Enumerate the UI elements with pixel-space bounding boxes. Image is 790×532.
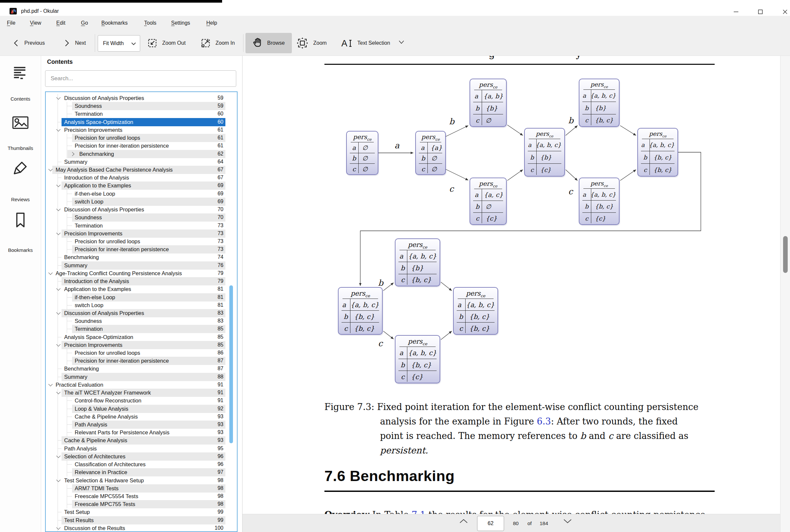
toc-row[interactable]: Path Analysis93 bbox=[46, 420, 237, 429]
toolbar-overflow-button[interactable] bbox=[398, 38, 411, 48]
menu-help[interactable]: Help bbox=[204, 16, 219, 30]
toc-row[interactable]: if-then-else Loop69 bbox=[46, 190, 237, 198]
toc-row[interactable]: Summary88 bbox=[46, 373, 237, 381]
menu-edit[interactable]: Edit bbox=[54, 16, 68, 30]
toc-row[interactable]: Cache & Pipeline Analysis93 bbox=[46, 436, 237, 444]
toc-row[interactable]: Analysis Space-Optimization60 bbox=[46, 118, 237, 126]
chevron-expanded-icon[interactable] bbox=[48, 271, 53, 275]
chevron-expanded-icon[interactable] bbox=[56, 127, 60, 132]
toc-row[interactable]: The aiT WCET Analyzer Framework91 bbox=[46, 388, 237, 397]
next-page-button[interactable] bbox=[562, 518, 577, 529]
toc-row[interactable]: May Analysis Based Cache Persistence Ana… bbox=[46, 166, 237, 174]
toc-row[interactable]: Soundness83 bbox=[46, 317, 237, 325]
toc-row[interactable]: Application to the Examples81 bbox=[46, 285, 237, 293]
toc-row[interactable]: switch Loop81 bbox=[46, 301, 237, 309]
toc-row[interactable]: Control-flow Reconstruction91 bbox=[46, 397, 237, 405]
zoom-out-button[interactable]: Zoom Out bbox=[146, 30, 192, 56]
chevron-expanded-icon[interactable] bbox=[56, 454, 60, 458]
toc-row[interactable]: Precision for inner-iteration persistenc… bbox=[46, 142, 237, 150]
chevron-expanded-icon[interactable] bbox=[56, 231, 60, 235]
toc-row[interactable]: Discussion of Analysis Properties83 bbox=[46, 309, 237, 317]
toc-row[interactable]: Precision for unrolled loops86 bbox=[46, 349, 237, 357]
toc-row[interactable]: Test Setup99 bbox=[46, 508, 237, 516]
toc-row[interactable]: switch Loop69 bbox=[46, 197, 237, 206]
toc-row[interactable]: Discussion of the Results100 bbox=[46, 524, 237, 532]
browse-tool-button[interactable]: Browse bbox=[245, 33, 292, 53]
search-input[interactable] bbox=[45, 70, 236, 87]
toc-row[interactable]: Benchmarking87 bbox=[46, 365, 237, 373]
toc-row[interactable]: Termination85 bbox=[46, 325, 237, 333]
zoom-in-button[interactable]: Zoom In bbox=[200, 30, 241, 56]
menu-tools[interactable]: Tools bbox=[142, 16, 158, 30]
toc-row[interactable]: Introduction of the Analysis79 bbox=[46, 277, 237, 285]
rail-item-reviews[interactable] bbox=[0, 159, 41, 178]
titlebar[interactable]: phd.pdf - Okular bbox=[0, 3, 790, 16]
cross-reference-link[interactable]: 6.3 bbox=[537, 416, 551, 426]
toc-row[interactable]: ARM7 TDMI Tests98 bbox=[46, 484, 237, 493]
chevron-expanded-icon[interactable] bbox=[56, 342, 60, 346]
previous-button[interactable]: Previous bbox=[10, 30, 62, 56]
toc-row[interactable]: Discussion of Analysis Properties70 bbox=[46, 206, 237, 214]
toc-row[interactable]: Benchmarking74 bbox=[46, 253, 237, 261]
zoom-level-select[interactable]: Fit Width bbox=[98, 35, 140, 52]
toc-row[interactable]: Freescale MPC5554 Tests98 bbox=[46, 492, 237, 500]
toc-row[interactable]: Selection of Architectures96 bbox=[46, 452, 237, 461]
toc-row[interactable]: Relevance in Practice97 bbox=[46, 468, 237, 476]
toc-row[interactable]: Relevant Parts for Persistence Analysis9… bbox=[46, 429, 237, 437]
toc-row[interactable]: Benchmarking62 bbox=[46, 150, 237, 158]
toc-row[interactable]: Cache & Pipeline Analysis93 bbox=[46, 413, 237, 421]
previous-page-button[interactable] bbox=[458, 518, 473, 529]
text-selection-button[interactable]: A Text Selection bbox=[341, 30, 397, 56]
toc-row[interactable]: Age-Tracking Conflict Counting Persisten… bbox=[46, 269, 237, 278]
toc-row[interactable]: Precision for unrolled loops73 bbox=[46, 238, 237, 246]
vertical-scrollbar[interactable] bbox=[780, 56, 790, 532]
rail-item-contents[interactable] bbox=[0, 65, 41, 83]
rail-label-reviews[interactable]: Reviews bbox=[0, 197, 41, 202]
toc-row[interactable]: Summary76 bbox=[46, 261, 237, 270]
chevron-expanded-icon[interactable] bbox=[56, 95, 60, 100]
page-number-input[interactable]: 62 bbox=[477, 516, 504, 531]
chevron-expanded-icon[interactable] bbox=[56, 286, 60, 291]
next-button[interactable]: Next bbox=[60, 30, 93, 56]
scrollbar-thumb[interactable] bbox=[783, 236, 788, 273]
toc-row[interactable]: Termination73 bbox=[46, 222, 237, 230]
toc-row[interactable]: Path Analysis95 bbox=[46, 444, 237, 453]
toc-row[interactable]: Precision for inner-iteration persistenc… bbox=[46, 357, 237, 365]
toc-row[interactable]: Precision for unrolled loops61 bbox=[46, 134, 237, 142]
toc-row[interactable]: Soundness59 bbox=[46, 102, 237, 110]
rail-item-bookmarks[interactable] bbox=[0, 211, 41, 230]
chevron-expanded-icon[interactable] bbox=[56, 310, 60, 315]
toc-row[interactable]: Freescale MPC755 Tests98 bbox=[46, 500, 237, 508]
toc-row[interactable]: Introduction of the Analysis67 bbox=[46, 174, 237, 182]
menu-view[interactable]: View bbox=[28, 16, 43, 30]
toc-row[interactable]: Precision Improvements73 bbox=[46, 229, 237, 238]
rail-label-contents[interactable]: Contents bbox=[0, 96, 41, 101]
toc-row[interactable]: if-then-else Loop81 bbox=[46, 293, 237, 302]
toc-row[interactable]: Test Results99 bbox=[46, 516, 237, 525]
chevron-expanded-icon[interactable] bbox=[48, 382, 53, 386]
toc-row[interactable]: Practical Evaluation91 bbox=[46, 381, 237, 389]
chevron-expanded-icon[interactable] bbox=[56, 390, 60, 394]
menu-go[interactable]: Go bbox=[79, 16, 90, 30]
toc-row[interactable]: Soundness70 bbox=[46, 213, 237, 222]
zoom-tool-button[interactable]: Zoom bbox=[296, 30, 336, 56]
toc-row[interactable]: Precision for inner-iteration persistenc… bbox=[46, 245, 237, 253]
menu-bookmarks[interactable]: Bookmarks bbox=[99, 16, 130, 30]
toc-row[interactable]: Summary64 bbox=[46, 158, 237, 166]
toc-row[interactable]: Discussion of Analysis Properties59 bbox=[46, 94, 237, 102]
rail-label-bookmarks[interactable]: Bookmarks bbox=[0, 247, 41, 253]
toc-row[interactable]: Termination60 bbox=[46, 110, 237, 118]
chevron-expanded-icon[interactable] bbox=[56, 526, 60, 530]
toc-row[interactable]: Analysis Space-Optimization85 bbox=[46, 333, 237, 341]
menu-settings[interactable]: Settings bbox=[169, 16, 192, 30]
toc-row[interactable]: Precision Improvements61 bbox=[46, 126, 237, 134]
pdf-page-view[interactable]: gy Figure 7.3: Fixed point iteration for… bbox=[242, 56, 780, 532]
toc-row[interactable]: Classification of Architectures96 bbox=[46, 460, 237, 469]
chevron-expanded-icon[interactable] bbox=[56, 207, 60, 211]
rail-label-thumbnails[interactable]: Thumbnails bbox=[0, 145, 41, 151]
rail-item-thumbnails[interactable] bbox=[0, 114, 41, 133]
menu-file[interactable]: File bbox=[5, 16, 17, 30]
chevron-expanded-icon[interactable] bbox=[56, 183, 60, 187]
toc-row[interactable]: Loop & Value Analysis92 bbox=[46, 405, 237, 413]
toc-row[interactable]: Application to the Examples69 bbox=[46, 182, 237, 190]
